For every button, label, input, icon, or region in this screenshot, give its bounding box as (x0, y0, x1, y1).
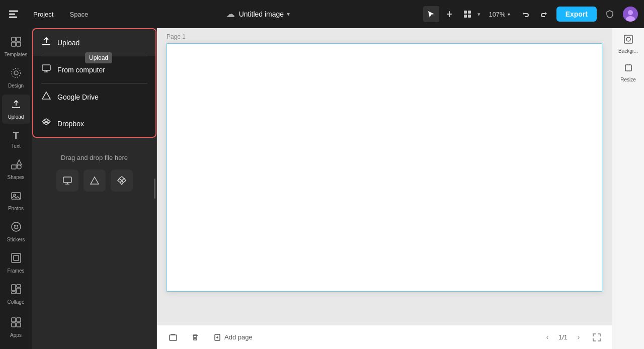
avatar[interactable] (623, 7, 638, 22)
zoom-level: 107% (489, 11, 505, 18)
doc-title: Untitled image (239, 10, 284, 18)
design-icon (11, 67, 22, 81)
next-page-button[interactable]: › (572, 330, 586, 344)
doc-title-area[interactable]: Untitled image ▾ (239, 10, 290, 18)
undo-button[interactable] (518, 6, 534, 22)
resize-label: Resize (620, 77, 636, 82)
sidebar-item-shapes[interactable]: Shapes (2, 155, 30, 184)
sidebar-item-more[interactable] (2, 344, 30, 349)
upload-dropdown-computer-item[interactable]: From computer (33, 56, 155, 83)
export-button[interactable]: Export (556, 7, 597, 22)
upload-dropdown-upload-label: Upload (57, 39, 79, 47)
page-label: Page 1 (167, 33, 186, 40)
svg-rect-16 (12, 165, 16, 169)
main-area: Templates Design Upload T Text Shapes (0, 28, 644, 349)
right-panel: Backgr... Resize (612, 28, 644, 349)
gdrive-label: Google Drive (57, 93, 99, 101)
bottom-bar: Add page ‹ 1/1 › (157, 325, 612, 349)
svg-rect-13 (17, 42, 21, 46)
sidebar-item-frames[interactable]: Frames (2, 248, 30, 278)
templates-icon (11, 36, 22, 50)
collage-icon (11, 284, 22, 297)
drop-area: Drag and drop file here (32, 154, 156, 192)
zoom-button[interactable]: 107% ▾ (486, 9, 513, 20)
svg-marker-42 (91, 177, 99, 184)
text-label: Text (11, 143, 20, 149)
computer-label: From computer (57, 66, 105, 74)
background-icon (623, 34, 633, 47)
svg-rect-26 (12, 285, 16, 291)
svg-point-54 (626, 37, 630, 41)
sidebar-item-photos[interactable]: Photos (2, 186, 30, 215)
apps-icon (11, 317, 22, 330)
layout-tool-button[interactable] (459, 6, 475, 22)
apps-label: Apps (10, 332, 22, 338)
topbar: Project Space ☁ Untitled image ▾ ▾ 107% … (0, 0, 644, 28)
project-tab[interactable]: Project (29, 9, 57, 20)
sidebar-item-upload[interactable]: Upload (2, 95, 30, 124)
stickers-label: Stickers (7, 237, 25, 242)
photos-icon (11, 190, 22, 204)
zoom-chevron-icon: ▾ (508, 12, 510, 17)
sidebar: Templates Design Upload T Text Shapes (0, 28, 32, 349)
svg-rect-31 (17, 318, 21, 322)
frames-icon (11, 252, 22, 266)
shield-icon[interactable] (602, 6, 618, 22)
svg-rect-47 (170, 335, 177, 340)
frames-label: Frames (8, 268, 25, 274)
photos-label: Photos (8, 206, 24, 211)
svg-line-40 (46, 92, 50, 99)
sidebar-item-stickers[interactable]: Stickers (2, 217, 30, 246)
right-panel-resize[interactable]: Resize (614, 59, 642, 86)
svg-point-15 (12, 68, 21, 77)
canvas-scroll: Page 1 (157, 28, 612, 325)
svg-rect-11 (17, 37, 21, 41)
computer-icon (41, 63, 51, 76)
sidebar-item-templates[interactable]: Templates (2, 32, 30, 61)
right-panel-background[interactable]: Backgr... (614, 30, 642, 58)
shapes-icon (11, 159, 22, 172)
svg-rect-32 (12, 323, 16, 327)
sidebar-item-collage[interactable]: Collage (2, 280, 30, 309)
drop-gdrive-button[interactable] (84, 169, 106, 192)
drop-buttons (56, 169, 133, 192)
panel: Upload Upload From computer (32, 28, 157, 349)
undo-redo-group (518, 6, 551, 22)
space-tab[interactable]: Space (65, 9, 92, 20)
svg-point-21 (12, 222, 21, 231)
tool-group: ▾ (423, 6, 480, 22)
select-tool-button[interactable] (423, 6, 439, 22)
add-page-button[interactable]: Add page (209, 331, 257, 343)
svg-rect-30 (12, 318, 16, 322)
fullscreen-button[interactable] (590, 330, 604, 344)
svg-point-23 (17, 225, 18, 226)
dropbox-icon (41, 117, 51, 130)
page-canvas[interactable] (167, 43, 602, 292)
doc-title-chevron-icon: ▾ (287, 11, 290, 18)
redo-button[interactable] (535, 6, 551, 22)
page-container: Page 1 (167, 43, 602, 292)
sidebar-item-design[interactable]: Design (2, 63, 30, 93)
layout-chevron-icon: ▾ (477, 11, 480, 18)
logo-icon[interactable] (6, 7, 21, 22)
prev-page-button[interactable]: ‹ (540, 330, 554, 344)
text-icon: T (13, 130, 19, 141)
upload-dropdown-dropbox-item[interactable]: Dropbox (33, 110, 155, 137)
upload-dropdown-gdrive-item[interactable]: Google Drive (33, 83, 155, 110)
upload-dropdown-upload-item[interactable]: Upload (33, 29, 155, 56)
svg-rect-53 (624, 35, 632, 43)
drop-computer-button[interactable] (56, 169, 78, 192)
add-page-label: Add page (224, 333, 253, 341)
svg-rect-5 (464, 15, 467, 18)
drop-dropbox-button[interactable] (111, 169, 133, 192)
upload-dropdown: Upload From computer Google Drive (32, 28, 156, 138)
delete-page-button[interactable] (187, 329, 203, 345)
svg-rect-4 (468, 11, 471, 14)
sidebar-item-text[interactable]: T Text (2, 126, 30, 153)
sidebar-item-apps[interactable]: Apps (2, 313, 30, 342)
topbar-left: Project Space (6, 7, 92, 22)
pan-tool-button[interactable] (441, 6, 457, 22)
svg-rect-27 (17, 285, 21, 287)
page-thumbnail-button[interactable] (165, 329, 181, 345)
svg-marker-46 (120, 181, 123, 185)
